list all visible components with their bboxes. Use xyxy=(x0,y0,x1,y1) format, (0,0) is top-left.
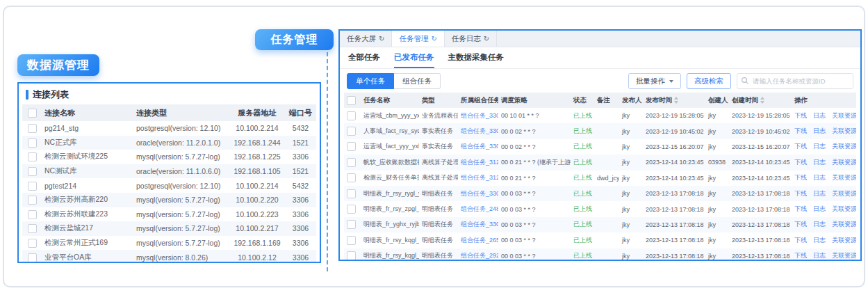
related-resource-action-link[interactable]: 关联资源 xyxy=(832,205,856,212)
nav-tab-2[interactable]: 任务日志↻ xyxy=(445,31,497,47)
log-action-link[interactable]: 日志 xyxy=(813,174,826,181)
row-checkbox[interactable] xyxy=(347,189,356,198)
task-row[interactable]: 人事域_fact_rsy_syqzz_事...事实表任务组合任务_33000 0… xyxy=(344,123,856,138)
row-checkbox[interactable] xyxy=(28,224,37,233)
row-checkbox[interactable] xyxy=(28,124,37,133)
group-task-link[interactable]: 组合任务_330 xyxy=(461,143,498,150)
offline-action-link[interactable]: 下线 xyxy=(794,112,807,119)
related-resource-action-link[interactable]: 关联资源 xyxy=(832,159,856,166)
related-resource-action-link[interactable]: 关联资源 xyxy=(832,112,856,119)
related-resource-action-link[interactable]: 关联资源 xyxy=(832,174,856,181)
task-row[interactable]: 帆软_应收账款数据行转列离线算子处理任务组合任务_31200 0 21 * * … xyxy=(344,155,856,170)
group-task-link[interactable]: 组合任务_312 xyxy=(461,174,498,181)
offline-action-link[interactable]: 下线 xyxy=(794,237,807,244)
row-checkbox[interactable] xyxy=(28,152,37,161)
sub-tab-2[interactable]: 主数据采集任务 xyxy=(448,47,505,68)
group-task-link[interactable]: 组合任务_312 xyxy=(461,159,498,166)
log-action-link[interactable]: 日志 xyxy=(813,143,826,150)
row-checkbox[interactable] xyxy=(28,196,37,205)
sub-tab-0[interactable]: 全部任务 xyxy=(348,47,380,68)
row-checkbox[interactable] xyxy=(347,173,356,182)
sort-icon[interactable] xyxy=(674,97,678,104)
nav-tab-1[interactable]: 任务管理↻ xyxy=(392,31,444,47)
row-checkbox[interactable] xyxy=(347,127,356,136)
sort-icon[interactable] xyxy=(760,97,764,104)
row-checkbox[interactable] xyxy=(28,239,37,248)
group-task-link[interactable]: 组合任务_292 xyxy=(461,252,498,259)
row-checkbox[interactable] xyxy=(28,210,37,219)
connection-row[interactable]: 检测云常州正式169mysql(version: 5.7.27-log)192.… xyxy=(22,236,316,251)
connection-row[interactable]: 检测云苏州高新220mysql(version: 5.7.27-log)10.1… xyxy=(22,193,316,207)
row-checkbox[interactable] xyxy=(28,182,37,191)
offline-action-link[interactable]: 下线 xyxy=(794,127,807,134)
related-resource-action-link[interactable]: 关联资源 xyxy=(832,221,856,228)
connection-row[interactable]: NC正式库oracle(version: 11.2.0.1.0)192.168.… xyxy=(22,136,316,150)
row-checkbox[interactable] xyxy=(347,142,356,151)
group-task-link[interactable]: 组合任务_330 xyxy=(461,190,498,197)
log-action-link[interactable]: 日志 xyxy=(813,205,826,212)
task-row[interactable]: 明细表_fr_yghx_ryjbxx_明...明细表任务组合任务_33000 0… xyxy=(344,217,856,232)
advanced-search-button[interactable]: 高级检索 xyxy=(687,73,731,89)
log-action-link[interactable]: 日志 xyxy=(813,252,826,259)
log-action-link[interactable]: 日志 xyxy=(813,127,826,134)
connection-row[interactable]: 检测云盐城217mysql(version: 5.7.27-log)10.100… xyxy=(22,221,316,236)
refresh-icon[interactable]: ↻ xyxy=(379,35,384,42)
row-checkbox[interactable] xyxy=(347,236,356,245)
connection-row[interactable]: pgtest214postgresql(version: 12.10)10.10… xyxy=(22,178,316,193)
task-row[interactable]: 明细表_fr_rsy_kqgl_kqgl_...明细表任务组合任务_26500 … xyxy=(344,232,856,248)
offline-action-link[interactable]: 下线 xyxy=(794,205,807,212)
toggle-button-0[interactable]: 单个任务 xyxy=(347,73,394,89)
toggle-button-1[interactable]: 组合任务 xyxy=(394,73,441,89)
related-resource-action-link[interactable]: 关联资源 xyxy=(832,190,856,197)
nav-tab-0[interactable]: 任务大屏↻ xyxy=(340,31,392,47)
row-checkbox[interactable] xyxy=(28,138,37,148)
task-row[interactable]: 运营域_fact_yyy_yxhtjbxx...事实表任务组合任务_33000 … xyxy=(344,139,856,155)
row-checkbox[interactable] xyxy=(28,253,37,262)
batch-operation-button[interactable]: 批量操作 xyxy=(628,73,681,89)
related-resource-action-link[interactable]: 关联资源 xyxy=(832,252,856,259)
row-checkbox[interactable] xyxy=(347,220,356,229)
refresh-icon[interactable]: ↻ xyxy=(431,35,436,42)
row-checkbox[interactable] xyxy=(347,205,356,214)
offline-action-link[interactable]: 下线 xyxy=(794,143,807,150)
group-task-link[interactable]: 组合任务_330 xyxy=(461,221,498,228)
column-header[interactable]: 创建时间 xyxy=(729,93,792,108)
offline-action-link[interactable]: 下线 xyxy=(794,174,807,181)
column-header[interactable]: 发布时间 xyxy=(643,93,705,108)
group-task-link[interactable]: 组合任务_265 xyxy=(461,237,498,244)
connection-row[interactable]: NC测试库oracle(version: 11.1.0.6.0)192.168.… xyxy=(22,164,316,179)
row-checkbox[interactable] xyxy=(347,251,356,260)
log-action-link[interactable]: 日志 xyxy=(813,112,826,119)
row-checkbox[interactable] xyxy=(347,111,356,120)
connection-row[interactable]: pg214_stgpostgresql(version: 12.10)10.10… xyxy=(22,121,316,136)
connection-row[interactable]: 检测云测试环境225mysql(version: 5.7.27-log)192.… xyxy=(22,150,316,164)
row-checkbox[interactable] xyxy=(347,158,356,167)
connection-row[interactable]: 检测云苏州联建223mysql(version: 5.7.27-log)10.1… xyxy=(22,207,316,222)
group-task-link[interactable]: 组合任务_330 xyxy=(461,112,498,119)
offline-action-link[interactable]: 下线 xyxy=(794,221,807,228)
log-action-link[interactable]: 日志 xyxy=(813,221,826,228)
log-action-link[interactable]: 日志 xyxy=(813,190,826,197)
refresh-icon[interactable]: ↻ xyxy=(484,35,489,42)
task-row[interactable]: 明细表_fr_rsy_zpgl_yprs_...明细表任务组合任务_24800 … xyxy=(344,201,856,216)
connection-row[interactable]: 业管平台OA库mysql(version: 8.0.26)10.100.2.12… xyxy=(22,250,316,263)
log-action-link[interactable]: 日志 xyxy=(813,237,826,244)
header-checkbox[interactable] xyxy=(28,109,37,118)
sub-tab-1[interactable]: 已发布任务 xyxy=(394,47,434,68)
offline-action-link[interactable]: 下线 xyxy=(794,252,807,259)
header-checkbox[interactable] xyxy=(347,96,356,105)
related-resource-action-link[interactable]: 关联资源 xyxy=(832,127,856,134)
offline-action-link[interactable]: 下线 xyxy=(794,159,807,166)
related-resource-action-link[interactable]: 关联资源 xyxy=(832,143,856,150)
group-task-link[interactable]: 组合任务_330 xyxy=(461,127,498,134)
offline-action-link[interactable]: 下线 xyxy=(794,190,807,197)
related-resource-action-link[interactable]: 关联资源 xyxy=(832,237,856,244)
task-row[interactable]: 明细表_fr_rsy_rygl_yglzl_...明细表任务组合任务_33000… xyxy=(344,186,856,201)
row-checkbox[interactable] xyxy=(28,167,37,176)
task-row[interactable]: 检测云_财务任务单据合并...离线算子处理任务组合任务_31200 0 21 *… xyxy=(344,171,856,186)
log-action-link[interactable]: 日志 xyxy=(813,159,826,166)
group-task-link[interactable]: 组合任务_248 xyxy=(461,205,498,212)
task-row[interactable]: 运营域_cbm_yyy_yxhtjbxx...业务流程表任务组合任务_33000… xyxy=(344,108,856,123)
task-row[interactable]: 明细表_fr_rsy_kqgl_kqmx...明细表任务组合任务_29200 0… xyxy=(344,248,856,260)
search-input[interactable] xyxy=(737,73,853,89)
